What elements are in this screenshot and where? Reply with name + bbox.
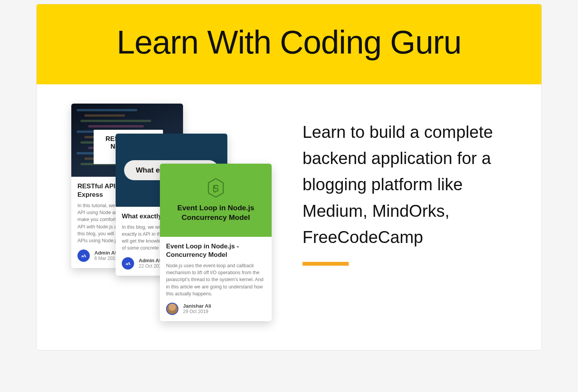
card-description: Node.js uses the event-loop and callback… — [166, 262, 265, 297]
promo-container: Learn With Coding Guru RESTful API in No… — [36, 4, 542, 350]
accent-underline — [302, 262, 349, 266]
author-name: Janishar Ali — [183, 303, 211, 309]
avatar — [166, 303, 178, 315]
content-row: RESTful API in Node using Express RESTfu… — [37, 84, 541, 350]
card-hero-image: Event Loop in Node.js Concurrency Model — [160, 164, 272, 237]
card-meta: Janishar Ali 29 Oct 2019 — [166, 303, 265, 315]
avatar: aA — [77, 250, 90, 262]
nodejs-icon — [207, 178, 225, 198]
page-headline: Learn to build a complete backend applic… — [302, 119, 518, 250]
publish-date: 29 Oct 2019 — [183, 309, 211, 314]
hero-badge: Event Loop in Node.js Concurrency Model — [160, 203, 272, 222]
headline-column: Learn to build a complete backend applic… — [302, 104, 518, 266]
card-body: Event Loop in Node.js - Concurrency Mode… — [160, 237, 272, 321]
avatar: aA — [122, 257, 134, 270]
banner: Learn With Coding Guru — [37, 4, 541, 84]
banner-title: Learn With Coding Guru — [44, 23, 534, 61]
blog-card[interactable]: Event Loop in Node.js Concurrency Model … — [160, 164, 272, 321]
card-title: Event Loop in Node.js - Concurrency Mode… — [166, 242, 265, 259]
card-stack: RESTful API in Node using Express RESTfu… — [71, 104, 287, 327]
